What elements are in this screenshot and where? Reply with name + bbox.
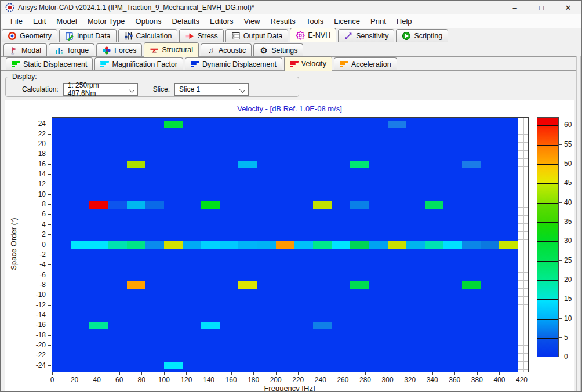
minimize-button[interactable]: –: [501, 1, 528, 14]
heatmap-cell: [201, 201, 220, 209]
heatmap-cell: [71, 241, 90, 249]
layer-bars-icon: [12, 61, 20, 68]
x-tick-mark: [388, 372, 388, 375]
x-tick-mark: [276, 372, 277, 375]
tab-geometry[interactable]: Geometry: [2, 29, 57, 42]
y-tick-label: 24: [31, 119, 46, 128]
y-tick-mark: [48, 365, 51, 366]
structural-tab-strip: Static DisplacementMagnification FactorD…: [1, 57, 581, 71]
x-tick-label: 100: [158, 376, 170, 384]
tab-acceleration[interactable]: Acceleration: [334, 57, 397, 70]
chevron-down-icon: [129, 87, 134, 93]
menu-item-edit[interactable]: Edit: [28, 16, 51, 27]
colorbar-tick-label: 5: [564, 333, 568, 342]
y-tick-label: 12: [31, 180, 46, 188]
tab-settings[interactable]: ⚙Settings: [253, 43, 303, 56]
slice-dropdown[interactable]: Slice 1: [174, 83, 249, 96]
tab-input-data[interactable]: Input Data: [59, 29, 117, 42]
menu-item-motor-type[interactable]: Motor Type: [82, 16, 130, 27]
display-legend: Display:: [10, 72, 39, 81]
colorbar-tick-label: 20: [564, 275, 572, 284]
tab-e-nvh[interactable]: E-NVH: [290, 28, 336, 42]
tab-calculation[interactable]: Calculation: [118, 29, 178, 42]
tab-stress[interactable]: Stress: [179, 29, 223, 42]
menu-item-help[interactable]: Help: [391, 16, 417, 27]
window-controls: –□✕: [501, 1, 581, 14]
heatmap-plot-area[interactable]: [52, 117, 529, 372]
tab-torque[interactable]: Torque: [49, 43, 94, 56]
y-tick-mark: [48, 224, 51, 225]
maximize-button[interactable]: □: [528, 1, 555, 14]
heatmap-cell: [276, 241, 295, 249]
x-tick-label: 160: [225, 376, 237, 384]
y-tick-label: 18: [31, 150, 46, 158]
colorbar-tick-label: 35: [564, 217, 572, 226]
menu-item-licence[interactable]: Licence: [329, 16, 365, 27]
tab-acoustic[interactable]: ♫Acoustic: [201, 43, 252, 56]
menu-item-tools[interactable]: Tools: [301, 16, 329, 27]
x-tick-label: 140: [203, 376, 214, 384]
menu-item-results[interactable]: Results: [265, 16, 301, 27]
tab-label: Geometry: [20, 32, 52, 40]
heatmap-cell: [164, 121, 183, 128]
y-tick-label: -12: [31, 301, 46, 309]
tab-scripting[interactable]: Scripting: [396, 29, 448, 42]
colorbar-tick-mark: [559, 241, 562, 241]
colorbar-segment: [537, 164, 558, 183]
tab-sensitivity[interactable]: Sensitivity: [338, 29, 394, 42]
tab-structural[interactable]: Structural: [144, 42, 199, 57]
tab-output-data[interactable]: Output Data: [225, 29, 288, 42]
colorbar-tick-mark: [559, 202, 562, 203]
structural-icon: [150, 45, 159, 55]
menu-item-options[interactable]: Options: [130, 16, 167, 27]
y-tick-mark: [48, 194, 51, 195]
y-tick-label: 8: [31, 200, 46, 208]
tab-modal[interactable]: Modal: [3, 43, 47, 56]
x-tick-label: 280: [359, 376, 371, 384]
y-tick-label: 10: [31, 190, 46, 198]
menu-item-model[interactable]: Model: [51, 16, 82, 27]
colorbar-tick-label: 50: [564, 159, 572, 168]
panel-splitter[interactable]: [576, 56, 581, 392]
colorbar-segment: [537, 125, 558, 144]
heatmap-cell: [183, 241, 202, 249]
calculation-dropdown[interactable]: 1: 250rpm 487.6Nm: [63, 83, 138, 96]
y-tick-label: -20: [31, 341, 46, 349]
menu-item-editors[interactable]: Editors: [205, 16, 238, 27]
x-tick-label: 220: [292, 376, 304, 384]
y-tick-mark: [48, 345, 51, 346]
y-tick-mark: [48, 355, 51, 355]
window-title: Ansys Motor-CAD v2024.1.1 (IPM_Traction_…: [18, 3, 254, 12]
heatmap-cell: [388, 121, 407, 128]
heatmap-cell: [220, 241, 239, 249]
close-button[interactable]: ✕: [555, 1, 581, 14]
colorbar-tick-label: 10: [564, 314, 572, 322]
calculation-icon: [124, 31, 133, 41]
y-tick-label: -6: [31, 271, 46, 279]
tab-label: Structural: [162, 46, 193, 54]
heatmap-cell: [462, 241, 481, 249]
tab-label: Settings: [271, 46, 297, 55]
envh-icon: [296, 31, 305, 40]
y-tick-label: 6: [31, 210, 46, 218]
heatmap-cell: [443, 241, 463, 249]
heatmap-cell: [146, 241, 165, 249]
tab-velocity[interactable]: Velocity: [284, 56, 332, 71]
x-tick-mark: [298, 372, 299, 375]
colorbar: [537, 117, 559, 357]
x-tick-label: 300: [382, 376, 394, 384]
menu-item-defaults[interactable]: Defaults: [166, 16, 205, 27]
tab-label: Torque: [67, 46, 89, 55]
colorbar-tick-label: 40: [564, 198, 572, 206]
tab-dynamic-displacement[interactable]: Dynamic Displacement: [185, 57, 282, 70]
tab-forces[interactable]: Forces: [96, 43, 142, 56]
x-tick-label: 320: [404, 376, 416, 384]
y-tick-mark: [48, 335, 51, 336]
heatmap-cell: [201, 322, 220, 329]
tab-static-displacement[interactable]: Static Displacement: [6, 57, 93, 70]
y-tick-mark: [48, 275, 51, 275]
menu-item-file[interactable]: File: [5, 16, 28, 27]
tab-magnification-factor[interactable]: Magnification Factor: [94, 57, 183, 70]
menu-item-view[interactable]: View: [239, 16, 265, 27]
menu-item-print[interactable]: Print: [365, 16, 391, 27]
